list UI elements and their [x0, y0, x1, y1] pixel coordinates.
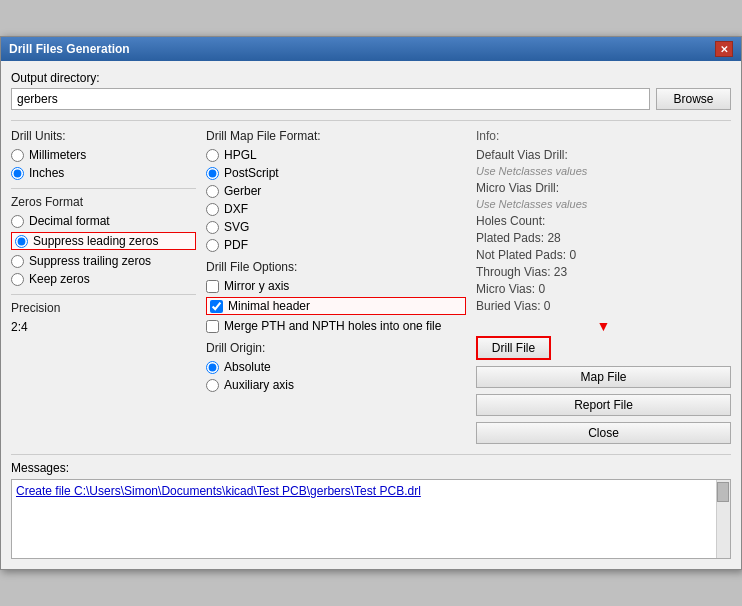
default-vias-key: Default Vias Drill:	[476, 148, 568, 162]
pdf-radio[interactable]	[206, 239, 219, 252]
drill-file-button[interactable]: Drill File	[476, 336, 551, 360]
minimal-header-label: Minimal header	[228, 299, 310, 313]
decimal-format-label: Decimal format	[29, 214, 110, 228]
drill-files-window: Drill Files Generation ✕ Output director…	[0, 36, 742, 570]
suppress-trailing-radio[interactable]	[11, 255, 24, 268]
output-dir-input[interactable]	[11, 88, 650, 110]
right-buttons: ▼ Drill File Map File Report File Close	[476, 318, 731, 444]
suppress-leading-label: Suppress leading zeros	[33, 234, 158, 248]
postscript-option[interactable]: PostScript	[206, 166, 466, 180]
report-file-button[interactable]: Report File	[476, 394, 731, 416]
micro-vias-count-row: Micro Vias: 0	[476, 282, 731, 296]
default-vias-value: Use Netclasses values	[476, 165, 587, 177]
auxiliary-radio[interactable]	[206, 379, 219, 392]
hpgl-label: HPGL	[224, 148, 257, 162]
absolute-radio[interactable]	[206, 361, 219, 374]
holes-count-key: Holes Count:	[476, 214, 545, 228]
drill-map-format-group: HPGL PostScript Gerber DXF	[206, 148, 466, 252]
micro-vias-value: Use Netclasses values	[476, 198, 587, 210]
inches-option[interactable]: Inches	[11, 166, 196, 180]
merge-pth-checkbox[interactable]	[206, 320, 219, 333]
plated-pads-row: Plated Pads: 28	[476, 231, 731, 245]
close-dialog-button[interactable]: Close	[476, 422, 731, 444]
suppress-trailing-label: Suppress trailing zeros	[29, 254, 151, 268]
dxf-option[interactable]: DXF	[206, 202, 466, 216]
decimal-format-radio[interactable]	[11, 215, 24, 228]
map-file-button[interactable]: Map File	[476, 366, 731, 388]
keep-zeros-option[interactable]: Keep zeros	[11, 272, 196, 286]
output-dir-label: Output directory:	[11, 71, 731, 85]
plated-pads-label: Plated Pads: 28	[476, 231, 561, 245]
info-section: Info: Default Vias Drill: Use Netclasses…	[476, 129, 731, 313]
close-button[interactable]: ✕	[715, 41, 733, 57]
title-bar: Drill Files Generation ✕	[1, 37, 741, 61]
hpgl-radio[interactable]	[206, 149, 219, 162]
suppress-leading-option[interactable]: Suppress leading zeros	[11, 232, 196, 250]
gerber-option[interactable]: Gerber	[206, 184, 466, 198]
gerber-radio[interactable]	[206, 185, 219, 198]
pdf-label: PDF	[224, 238, 248, 252]
dxf-radio[interactable]	[206, 203, 219, 216]
gerber-label: Gerber	[224, 184, 261, 198]
inches-label: Inches	[29, 166, 64, 180]
keep-zeros-radio[interactable]	[11, 273, 24, 286]
drill-units-label: Drill Units:	[11, 129, 196, 143]
mirror-y-option[interactable]: Mirror y axis	[206, 279, 466, 293]
output-dir-section: Output directory: Browse	[11, 71, 731, 110]
mirror-y-label: Mirror y axis	[224, 279, 289, 293]
suppress-trailing-option[interactable]: Suppress trailing zeros	[11, 254, 196, 268]
hpgl-option[interactable]: HPGL	[206, 148, 466, 162]
through-vias-row: Through Vias: 23	[476, 265, 731, 279]
micro-vias-value-row: Use Netclasses values	[476, 198, 731, 210]
left-column: Drill Units: Millimeters Inches Zeros Fo…	[11, 129, 196, 444]
inches-radio[interactable]	[11, 167, 24, 180]
keep-zeros-label: Keep zeros	[29, 272, 90, 286]
precision-value: 2:4	[11, 320, 196, 334]
drill-units-group: Millimeters Inches	[11, 148, 196, 180]
mirror-y-checkbox[interactable]	[206, 280, 219, 293]
middle-column: Drill Map File Format: HPGL PostScript G…	[206, 129, 466, 444]
svg-option[interactable]: SVG	[206, 220, 466, 234]
minimal-header-option[interactable]: Minimal header	[206, 297, 466, 315]
not-plated-pads-row: Not Plated Pads: 0	[476, 248, 731, 262]
suppress-leading-radio[interactable]	[15, 235, 28, 248]
messages-scrollbar-thumb[interactable]	[717, 482, 729, 502]
micro-vias-count-label: Micro Vias: 0	[476, 282, 545, 296]
red-arrow-icon: ▼	[476, 318, 731, 334]
window-body: Output directory: Browse Drill Units: Mi…	[1, 61, 741, 569]
minimal-header-checkbox[interactable]	[210, 300, 223, 313]
title-bar-buttons: ✕	[715, 41, 733, 57]
postscript-radio[interactable]	[206, 167, 219, 180]
main-area: Drill Units: Millimeters Inches Zeros Fo…	[11, 120, 731, 444]
precision-label: Precision	[11, 301, 196, 315]
messages-scrollbar[interactable]	[716, 480, 730, 558]
absolute-label: Absolute	[224, 360, 271, 374]
drill-file-btn-wrapper: ▼ Drill File	[476, 318, 731, 360]
messages-content: Create file C:\Users\Simon\Documents\kic…	[16, 484, 421, 498]
merge-pth-option[interactable]: Merge PTH and NPTH holes into one file	[206, 319, 466, 333]
default-vias-value-row: Use Netclasses values	[476, 165, 731, 177]
decimal-format-option[interactable]: Decimal format	[11, 214, 196, 228]
auxiliary-option[interactable]: Auxiliary axis	[206, 378, 466, 392]
through-vias-label: Through Vias: 23	[476, 265, 567, 279]
drill-origin-group: Absolute Auxiliary axis	[206, 360, 466, 392]
holes-count-row: Holes Count:	[476, 214, 731, 228]
micro-vias-drill-row: Micro Vias Drill:	[476, 181, 731, 195]
messages-box: Create file C:\Users\Simon\Documents\kic…	[11, 479, 731, 559]
drill-file-options-label: Drill File Options:	[206, 260, 466, 274]
millimeters-radio[interactable]	[11, 149, 24, 162]
drill-map-format-label: Drill Map File Format:	[206, 129, 466, 143]
not-plated-pads-label: Not Plated Pads: 0	[476, 248, 576, 262]
default-vias-drill-row: Default Vias Drill:	[476, 148, 731, 162]
millimeters-option[interactable]: Millimeters	[11, 148, 196, 162]
drill-file-options-section: Drill File Options: Mirror y axis Minima…	[206, 260, 466, 333]
absolute-option[interactable]: Absolute	[206, 360, 466, 374]
messages-section: Messages: Create file C:\Users\Simon\Doc…	[11, 454, 731, 559]
pdf-option[interactable]: PDF	[206, 238, 466, 252]
precision-section: Precision 2:4	[11, 301, 196, 334]
svg-radio[interactable]	[206, 221, 219, 234]
merge-pth-label: Merge PTH and NPTH holes into one file	[224, 319, 441, 333]
drill-origin-section: Drill Origin: Absolute Auxiliary axis	[206, 341, 466, 392]
micro-vias-key: Micro Vias Drill:	[476, 181, 559, 195]
browse-button[interactable]: Browse	[656, 88, 731, 110]
